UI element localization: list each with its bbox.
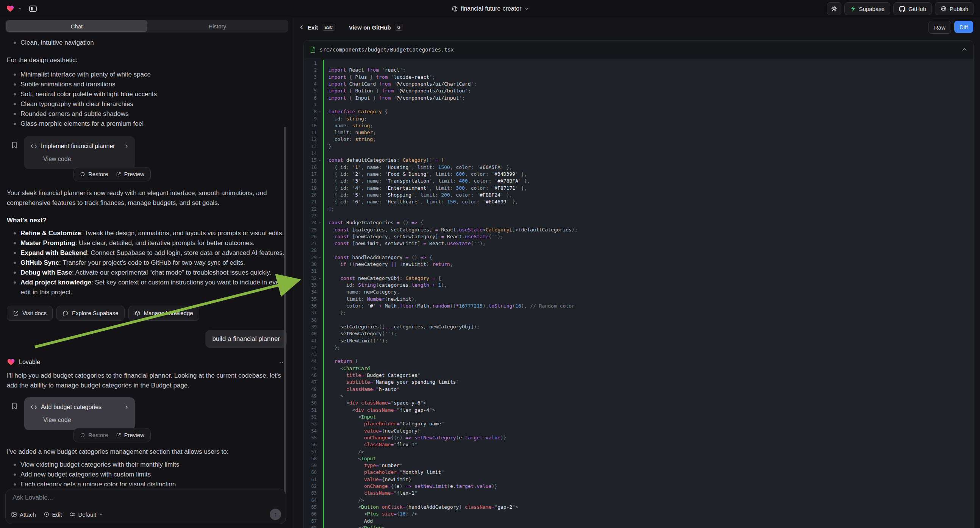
supabase-button[interactable]: Supabase (845, 2, 891, 15)
code-line: 18 { id: '3', name: 'Transportation', li… (304, 178, 973, 184)
preview-button[interactable]: Preview (116, 169, 144, 179)
project-name: financial-future-creator (461, 5, 521, 12)
code-lines: 12import React from 'react';3import { Pl… (304, 59, 973, 528)
fold-spacer (316, 449, 323, 455)
fold-spacer (316, 81, 323, 87)
code-line: 26 const [newCategory, setNewCategory] =… (304, 233, 973, 240)
lovable-heart-icon (7, 358, 15, 366)
view-code-link[interactable]: View code (43, 415, 129, 425)
code-line: 17 { id: '2', name: 'Food & Dining', lim… (304, 171, 973, 178)
fold-spacer (316, 171, 323, 177)
sliders-icon (69, 511, 75, 517)
restore-button[interactable]: Restore (80, 430, 108, 440)
visit-docs-button[interactable]: Visit docs (7, 306, 52, 321)
bookmark-icon[interactable] (11, 141, 18, 149)
code-line: 39 setCategories([...categories, newCate… (304, 323, 973, 330)
fold-chevron-icon[interactable]: › (316, 109, 323, 115)
restore-icon (80, 172, 85, 177)
code-line: 30 if (!newCategory || !newLimit) return… (304, 261, 973, 268)
fold-chevron-icon[interactable]: › (316, 157, 323, 164)
file-header[interactable]: src/components/budget/BudgetCategories.t… (304, 41, 973, 59)
bullet-item: Subtle animations and transitions (21, 80, 287, 89)
code-line: 22]; (304, 206, 973, 213)
exit-button[interactable]: Exit (308, 24, 318, 31)
code-line: 66 <Plus size={16} /> (304, 511, 973, 517)
fold-spacer (316, 192, 323, 198)
bullet-item: Soft, neutral color palette with light b… (21, 89, 287, 99)
code-line: 42 }; (304, 344, 973, 351)
more-menu-icon[interactable] (280, 362, 287, 363)
fold-spacer (316, 137, 323, 143)
external-link-icon (116, 433, 121, 438)
tab-chat[interactable]: Chat (6, 21, 147, 32)
fold-chevron-icon[interactable]: › (316, 254, 323, 261)
attach-button[interactable]: Attach (11, 511, 36, 518)
github-button[interactable]: GitHub (893, 2, 932, 15)
code-line: 62 onChange={(e) => setNewLimit(e.target… (304, 483, 973, 490)
fold-spacer (316, 123, 323, 129)
view-on-github-button[interactable]: View on GitHub (349, 24, 391, 31)
fold-spacer (316, 185, 323, 191)
external-link-icon (13, 310, 19, 316)
code-line: 28 (304, 247, 973, 254)
code-line: 32› const newCategoryObj: Category = { (304, 275, 973, 282)
bookmark-icon[interactable] (11, 402, 18, 410)
diff-toggle-button[interactable]: Diff (954, 21, 973, 33)
fold-spacer (316, 95, 323, 101)
code-line: 67 Add (304, 518, 973, 525)
settings-button[interactable] (827, 2, 842, 15)
view-code-link[interactable]: View code (43, 154, 129, 164)
chat-bubble-icon (62, 310, 68, 316)
raw-toggle-button[interactable]: Raw (929, 21, 951, 34)
restore-button[interactable]: Restore (80, 169, 108, 179)
bullet-item: Clean, intuitive navigation (21, 38, 287, 48)
fold-spacer (316, 282, 323, 288)
fold-chevron-icon[interactable]: › (316, 220, 323, 226)
explore-supabase-button[interactable]: Explore Supabase (56, 306, 125, 321)
fold-spacer (316, 289, 323, 295)
code-line: 16 { id: '1', name: 'Housing', limit: 15… (304, 164, 973, 171)
fold-spacer (316, 456, 323, 462)
collapse-chevron-up-icon[interactable] (962, 48, 967, 51)
chat-scrollbar[interactable] (284, 127, 286, 521)
fold-spacer (316, 213, 323, 219)
file-path: src/components/budget/BudgetCategories.t… (320, 46, 454, 52)
code-line: 25 const [categories, setCategories] = R… (304, 226, 973, 233)
fold-spacer (316, 421, 323, 427)
manage-knowledge-button[interactable]: Manage knowledge (129, 306, 199, 321)
fold-spacer (316, 372, 323, 379)
send-button[interactable]: ↑ (270, 509, 281, 520)
sidebar-toggle-icon[interactable] (28, 4, 38, 13)
fold-spacer (316, 490, 323, 496)
fold-spacer (316, 407, 323, 413)
fold-chevron-icon[interactable]: › (316, 275, 323, 281)
esc-keycap: ESC (322, 24, 336, 31)
version-card-selected[interactable]: Add budget categories View code (24, 397, 135, 430)
fold-spacer (316, 477, 323, 483)
fold-spacer (316, 310, 323, 316)
code-line: 9 id: string; (304, 116, 973, 122)
code-line: 49 > (304, 393, 973, 399)
project-switcher[interactable]: financial-future-creator (451, 5, 528, 12)
edit-button[interactable]: Edit (44, 511, 62, 518)
code-line: 10 name: string; (304, 122, 973, 129)
version-card[interactable]: Implement financial planner View code (24, 136, 135, 169)
file-added-icon (310, 46, 316, 53)
chat-scroll-area[interactable]: Clean, intuitive navigation For the desi… (0, 34, 294, 485)
code-line: 15›const defaultCategories: Category[] =… (304, 157, 973, 164)
code-line: 27 const [newLimit, setNewLimit] = React… (304, 240, 973, 247)
assistant-summary: Your sleek financial planner is now read… (7, 188, 287, 208)
logo-chevron-down-icon[interactable] (18, 7, 22, 11)
publish-button[interactable]: Publish (935, 2, 974, 15)
fold-spacer (316, 67, 323, 73)
tab-history[interactable]: History (147, 21, 288, 32)
chevron-left-icon[interactable] (299, 25, 304, 30)
chat-input[interactable] (12, 493, 280, 502)
fold-spacer (316, 428, 323, 434)
code-line: 3import { Plus } from 'lucide-react'; (304, 74, 973, 81)
model-selector[interactable]: Default (69, 511, 103, 518)
globe-icon (451, 6, 458, 12)
preview-button[interactable]: Preview (116, 430, 144, 440)
code-brackets-icon (30, 404, 37, 410)
lovable-logo-icon[interactable] (6, 5, 14, 13)
